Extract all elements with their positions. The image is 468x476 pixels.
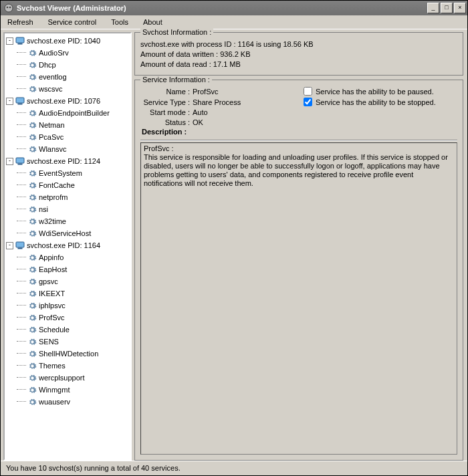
tree-service[interactable]: FontCache: [5, 179, 130, 191]
tree-service[interactable]: ShellHWDetection: [5, 348, 130, 360]
gear-icon: [27, 108, 37, 118]
description-box[interactable]: ProfSvc : This service is responsible fo…: [140, 142, 457, 455]
monitor-icon: [15, 96, 25, 106]
tree-service[interactable]: IKEEXT: [5, 287, 130, 300]
tree-service[interactable]: Appinfo: [5, 251, 130, 263]
tree-service[interactable]: netprofm: [5, 191, 130, 203]
tree-service[interactable]: WdiServiceHost: [5, 227, 130, 239]
minimize-button[interactable]: _: [427, 3, 439, 13]
tree-service[interactable]: AudioSrv: [5, 47, 130, 59]
collapse-icon[interactable]: -: [6, 98, 13, 105]
tree-group[interactable]: -svchost.exe PID: 1040: [5, 35, 130, 47]
tree-service-label: AudioEndpointBuilder: [39, 109, 110, 117]
tree-service[interactable]: Netman: [5, 119, 130, 131]
titlebar[interactable]: Svchost Viewer (Administrator) _ □ ×: [1, 1, 467, 15]
service-fields: Name : ProfSvc Service has the ability t…: [140, 87, 457, 126]
tree-service[interactable]: ProfSvc: [5, 312, 130, 324]
process-tree[interactable]: -svchost.exe PID: 1040AudioSrvDhcpeventl…: [3, 32, 132, 461]
collapse-icon[interactable]: -: [6, 158, 13, 165]
content-area: -svchost.exe PID: 1040AudioSrvDhcpeventl…: [1, 29, 467, 461]
tree-service-label: Themes: [39, 362, 66, 370]
close-button[interactable]: ×: [454, 3, 466, 13]
gear-icon: [27, 265, 37, 274]
gear-icon: [27, 325, 37, 334]
tree-service[interactable]: wercplsupport: [5, 372, 130, 384]
tree-service-label: EventSystem: [39, 169, 82, 177]
tree-service[interactable]: nsi: [5, 203, 130, 215]
tree-connector: [17, 172, 26, 174]
tree-group[interactable]: -svchost.exe PID: 1076: [5, 95, 130, 107]
tree-service-label: wuauserv: [39, 398, 70, 406]
tree-connector: [17, 305, 26, 306]
tree-service[interactable]: Dhcp: [5, 59, 130, 71]
tree-connector: [17, 112, 26, 114]
divider: [140, 140, 457, 141]
gear-icon: [27, 84, 37, 94]
stopped-checkbox-row[interactable]: Service has the ability to be stopped.: [304, 98, 457, 106]
tree-service-label: w32time: [39, 217, 66, 225]
info-read-line: Amount of data read : 17.1 MB: [140, 60, 457, 70]
tree-service[interactable]: wuauserv: [5, 396, 130, 408]
gear-icon: [27, 277, 37, 286]
collapse-icon[interactable]: -: [6, 37, 13, 45]
tree-service-label: gpsvc: [39, 277, 58, 285]
info-written-line: Amount of data written : 936.2 KB: [140, 49, 457, 60]
monitor-icon: [15, 156, 25, 166]
gear-icon: [27, 313, 37, 322]
info-process-line: svchost.exe with process ID : 1164 is us…: [140, 39, 457, 49]
menu-refresh[interactable]: Refresh: [5, 17, 36, 27]
tree-service[interactable]: iphlpsvc: [5, 300, 130, 312]
tree-service[interactable]: w32time: [5, 215, 130, 227]
gear-icon: [27, 349, 37, 358]
menubar: Refresh Service control Tools About: [1, 15, 467, 29]
tree-service[interactable]: EapHost: [5, 263, 130, 275]
tree-service[interactable]: EventSystem: [5, 167, 130, 179]
tree-service[interactable]: gpsvc: [5, 275, 130, 287]
stopped-checkbox[interactable]: [304, 98, 312, 106]
menu-service-control[interactable]: Service control: [45, 17, 100, 27]
tree-group-label: svchost.exe PID: 1040: [27, 37, 100, 45]
tree-service[interactable]: wscsvc: [5, 83, 130, 95]
description-title: ProfSvc :: [144, 144, 454, 153]
description-body: This service is responsible for loading …: [144, 153, 454, 188]
tree-service[interactable]: eventlog: [5, 71, 130, 83]
gear-icon: [27, 168, 37, 178]
paused-checkbox[interactable]: [304, 87, 312, 96]
gear-icon: [27, 253, 37, 262]
tree-connector: [17, 269, 26, 270]
tree-service[interactable]: AudioEndpointBuilder: [5, 107, 130, 119]
tree-connector: [17, 377, 26, 378]
tree-service[interactable]: SENS: [5, 336, 130, 348]
tree-service-label: PcaSvc: [39, 133, 64, 141]
name-label: Name :: [140, 88, 193, 96]
tree-connector: [17, 401, 26, 402]
tree-connector: [17, 389, 26, 390]
tree-service[interactable]: Wlansvc: [5, 143, 130, 155]
stopped-label: Service has the ability to be stopped.: [316, 98, 436, 106]
tree-service-label: wscsvc: [39, 85, 62, 93]
tree-connector: [17, 221, 26, 222]
tree-group[interactable]: -svchost.exe PID: 1164: [5, 239, 130, 251]
tree-service-label: Appinfo: [39, 253, 64, 261]
gear-icon: [27, 144, 37, 154]
service-info-legend: Service Information :: [140, 76, 212, 84]
tree-service[interactable]: Schedule: [5, 324, 130, 336]
menu-about[interactable]: About: [140, 17, 165, 27]
tree-group[interactable]: -svchost.exe PID: 1124: [5, 155, 130, 167]
gear-icon: [27, 217, 37, 226]
app-icon: [3, 3, 14, 13]
tree-service-label: IKEEXT: [39, 289, 65, 298]
tree-service[interactable]: PcaSvc: [5, 131, 130, 143]
tree-service-label: ShellHWDetection: [39, 350, 98, 358]
tree-connector: [17, 233, 26, 234]
svg-rect-9: [16, 242, 24, 247]
menu-tools[interactable]: Tools: [108, 17, 131, 27]
collapse-icon[interactable]: -: [6, 242, 13, 249]
paused-checkbox-row[interactable]: Service has the ability to be paused.: [304, 87, 457, 96]
svg-rect-6: [18, 104, 22, 104]
gear-icon: [27, 361, 37, 370]
maximize-button[interactable]: □: [441, 3, 453, 13]
tree-connector: [17, 197, 26, 198]
tree-service[interactable]: Winmgmt: [5, 384, 130, 396]
tree-service[interactable]: Themes: [5, 360, 130, 372]
